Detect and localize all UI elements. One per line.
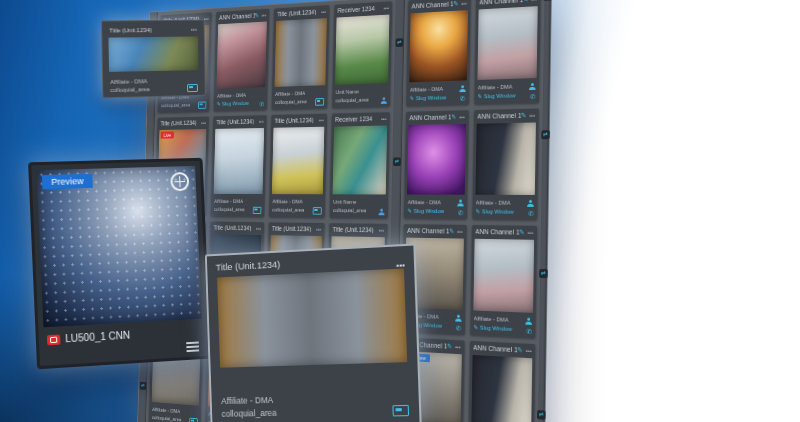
video-card[interactable]: Receiver 1234 ••• Unit Name colloquial_a… [332, 1, 392, 108]
edit-icon[interactable]: ✎ [254, 12, 259, 19]
phone-icon[interactable]: ✆ [458, 209, 463, 216]
voip-icon[interactable] [529, 83, 536, 90]
video-card[interactable]: ANN Channel 1 ✎ ••• Affiliate - DMA ✎Slu… [404, 110, 468, 219]
more-options-icon[interactable]: ••• [531, 0, 537, 2]
more-options-icon[interactable]: ••• [381, 116, 386, 122]
video-thumbnail[interactable] [214, 128, 265, 194]
more-options-icon[interactable]: ••• [259, 118, 264, 124]
edit-icon[interactable]: ✎ [447, 343, 452, 350]
voip-icon[interactable] [457, 200, 463, 207]
more-options-icon[interactable]: ••• [204, 16, 209, 22]
edit-icon[interactable]: ✎ [217, 101, 221, 106]
voip-icon[interactable] [525, 318, 532, 325]
more-options-icon[interactable]: ••• [319, 117, 324, 123]
card-title: Title (Unit.1234) [216, 259, 281, 273]
menu-icon[interactable] [186, 342, 199, 353]
edit-icon[interactable]: ✎ [410, 95, 414, 101]
area-label: ✎Slug Window [477, 91, 515, 101]
resize-handle-icon[interactable]: ⇄ [543, 0, 552, 1]
video-thumbnail[interactable] [409, 10, 467, 82]
video-card[interactable]: Receiver 1234 ••• Unit Name colloquial_a… [330, 112, 390, 218]
card-title: Title (Unit.1234) [277, 9, 316, 18]
more-options-icon[interactable]: ••• [526, 347, 532, 353]
video-card[interactable]: ANN Channel 1 ✎ ••• Affiliate - DMA ✎Slu… [406, 0, 470, 106]
edit-icon[interactable]: ✎ [473, 324, 478, 330]
video-card[interactable]: ANN Channel 1 ✎ ••• Affiliate - DMA ✎Slu… [474, 0, 541, 104]
resize-handle-icon[interactable]: ⇄ [539, 269, 548, 278]
edit-icon[interactable]: ✎ [451, 113, 456, 120]
video-card[interactable]: ANN Channel 1 ✎ ••• Affiliate - DMA ✎Slu… [214, 9, 270, 111]
more-options-icon[interactable]: ••• [261, 12, 266, 18]
video-card[interactable]: ANN Channel 1 ✎ ••• Affiliate - DMA ✎Slu… [468, 341, 536, 422]
preview-badge: Preview [42, 174, 93, 190]
floating-video-card[interactable]: Title (Unit.1234) ••• Affiliate - DMA co… [101, 20, 206, 99]
video-thumbnail[interactable] [335, 15, 389, 85]
edit-icon[interactable]: ✎ [476, 208, 481, 214]
edit-icon[interactable]: ✎ [453, 0, 458, 7]
phone-icon[interactable]: ✆ [460, 95, 465, 102]
edit-icon[interactable]: ✎ [407, 208, 411, 214]
video-card[interactable]: Title (Unit.1234) ••• Affiliate - DMA co… [211, 115, 267, 217]
area-label: ✎Slug Window [410, 94, 447, 104]
video-thumbnail[interactable] [473, 239, 534, 313]
phone-icon[interactable]: ✆ [456, 324, 461, 331]
video-card[interactable]: ANN Channel 1 ✎ ••• Affiliate - DMA ✎Slu… [472, 109, 539, 220]
video-thumbnail[interactable] [475, 122, 536, 194]
affiliate-label: Affiliate - DMA [408, 198, 445, 207]
crosshair-icon[interactable] [170, 172, 189, 191]
voip-icon[interactable] [455, 315, 461, 322]
area-label: colloquial_area [335, 96, 368, 105]
video-thumbnail[interactable] [333, 125, 388, 194]
phone-icon[interactable]: ✆ [259, 101, 264, 107]
more-options-icon[interactable]: ••• [459, 114, 465, 120]
affiliate-label: Affiliate - DMA [272, 198, 304, 206]
phone-icon[interactable]: ✆ [528, 210, 534, 217]
more-options-icon[interactable]: ••• [201, 120, 206, 125]
area-label: ✎Slug Window [473, 323, 511, 334]
video-thumbnail[interactable] [108, 36, 198, 71]
more-options-icon[interactable]: ••• [527, 229, 533, 235]
resize-handle-icon[interactable]: ⇄ [537, 410, 546, 420]
resize-handle-icon[interactable]: ⇄ [396, 38, 404, 47]
edit-icon[interactable]: ✎ [521, 112, 527, 119]
preview-monitor[interactable]: Preview LU500_1 CNN [28, 158, 211, 370]
video-card[interactable]: Title (Unit.1234) ••• Affiliate - DMA co… [272, 5, 330, 109]
card-title: Receiver 1234 [335, 115, 372, 122]
resize-handle-icon[interactable]: ⇄ [541, 130, 550, 139]
person-icon [379, 209, 385, 216]
more-options-icon[interactable]: ••• [455, 344, 461, 350]
video-thumbnail[interactable] [272, 127, 325, 195]
card-title: Receiver 1234 [337, 5, 374, 14]
video-thumbnail[interactable] [217, 268, 407, 367]
more-options-icon[interactable]: ••• [457, 228, 463, 234]
phone-icon[interactable]: ✆ [530, 93, 536, 100]
edit-icon[interactable]: ✎ [449, 228, 454, 235]
more-options-icon[interactable]: ••• [256, 225, 261, 231]
video-thumbnail[interactable] [477, 6, 538, 80]
video-card[interactable]: ANN Channel 1 ✎ ••• Affiliate - DMA ✎Slu… [470, 225, 537, 338]
more-options-icon[interactable]: ••• [321, 9, 326, 15]
popped-video-card[interactable]: Title (Unit.1234) ••• Affiliate - DMA co… [205, 243, 422, 422]
voip-icon[interactable] [527, 200, 534, 207]
more-options-icon[interactable]: ••• [383, 5, 388, 11]
more-options-icon[interactable]: ••• [461, 0, 467, 6]
affiliate-label: Affiliate - DMA [221, 394, 276, 408]
more-options-icon[interactable]: ••• [191, 26, 197, 32]
resize-handle-icon[interactable]: ⇄ [393, 158, 401, 167]
more-options-icon[interactable]: ••• [379, 227, 384, 233]
video-thumbnail[interactable] [275, 18, 327, 87]
phone-icon[interactable]: ✆ [526, 328, 532, 335]
video-thumbnail[interactable] [216, 22, 266, 89]
resize-handle-icon[interactable]: ⇄ [140, 382, 147, 390]
preview-video[interactable]: Preview [37, 166, 202, 327]
voip-icon[interactable] [459, 85, 465, 92]
edit-icon[interactable]: ✎ [523, 0, 529, 3]
edit-icon[interactable]: ✎ [517, 346, 523, 353]
edit-icon[interactable]: ✎ [519, 229, 525, 236]
edit-icon[interactable]: ✎ [478, 93, 483, 99]
video-thumbnail[interactable] [407, 124, 466, 195]
more-options-icon[interactable]: ••• [529, 112, 535, 118]
more-options-icon[interactable]: ••• [316, 226, 321, 232]
video-thumbnail[interactable] [471, 355, 532, 422]
video-card[interactable]: Title (Unit.1234) ••• Affiliate - DMA co… [269, 114, 327, 218]
